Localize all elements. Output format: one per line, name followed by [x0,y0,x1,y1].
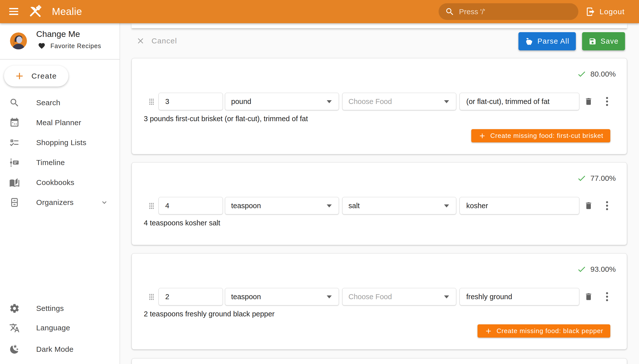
food-select[interactable]: salt [342,197,456,214]
parse-all-label: Parse All [537,37,569,46]
confidence-value: 77.00% [590,174,616,182]
food-select[interactable]: Choose Food [342,93,456,110]
drag-handle-icon[interactable] [146,97,156,107]
plus-icon [14,70,25,82]
create-missing-food-button[interactable]: Create missing food: first-cut brisket [471,129,610,142]
unit-select[interactable]: teaspoon [225,288,339,306]
sidebar-item-organizers[interactable]: Organizers [0,192,120,212]
sidebar-item-label: Timeline [36,158,65,167]
unit-value: teaspoon [231,202,261,210]
quantity-field[interactable] [158,93,223,110]
open-book-icon [9,177,20,188]
sidebar-item-cookbooks[interactable]: Cookbooks [0,172,120,192]
avatar[interactable] [10,32,27,49]
search-input[interactable] [459,7,572,16]
dropdown-arrow-icon [327,100,332,103]
ingredient-card: 93.00% teaspoon Choose Food [132,253,627,350]
note-field[interactable] [460,288,579,306]
check-icon [577,264,586,274]
save-button[interactable]: Save [582,32,625,50]
quantity-input[interactable] [165,292,217,301]
sidebar-item-label: Language [36,324,70,332]
sidebar-item-language[interactable]: Language [0,318,120,338]
unit-select[interactable]: pound [225,93,339,110]
delete-button[interactable] [583,291,594,303]
dropdown-arrow-icon [327,204,332,208]
ingredient-card: 77.00% teaspoon salt [132,162,627,245]
sidebar-item-dark-mode[interactable]: Dark Mode [0,339,120,359]
original-ingredient-text: 3 pounds first-cut brisket (or flat-cut)… [144,115,308,123]
sidebar-item-meal-planner[interactable]: Meal Planner [0,113,120,133]
create-label: Create [32,72,57,80]
logout-label: Logout [599,8,625,16]
gear-icon [9,303,20,314]
more-options-button[interactable] [601,96,613,108]
cancel-label: Cancel [151,37,177,45]
check-icon [577,174,586,183]
quantity-field[interactable] [158,197,223,214]
quantity-input[interactable] [165,97,217,106]
ingredient-parser-panel: Cancel Parse All Save 80.00% [120,23,639,364]
create-button[interactable]: Create [4,66,68,86]
confidence-row: 93.00% [577,264,616,274]
quantity-field[interactable] [158,288,223,306]
menu-icon[interactable] [8,6,19,17]
parse-all-button[interactable]: Parse All [518,32,576,50]
ingredient-card: 80.00% pound Choose Food [132,58,627,154]
quantity-input[interactable] [165,202,217,210]
cancel-button[interactable]: Cancel [135,33,178,48]
sidebar-item-search[interactable]: Search [0,93,120,113]
food-select[interactable]: Choose Food [342,288,456,306]
food-placeholder: Choose Food [348,98,392,106]
favorite-recipes-link[interactable]: Favorite Recipes [38,42,101,50]
note-input[interactable] [466,97,573,106]
unit-value: teaspoon [231,293,261,301]
kebab-icon [606,201,608,210]
dropdown-arrow-icon [444,296,449,298]
apple-icon [525,37,533,46]
note-field[interactable] [460,93,579,110]
unit-value: pound [231,98,251,106]
sidebar-item-label: Cookbooks [36,178,74,187]
ingredient-fields-row: teaspoon salt [132,197,627,215]
translate-icon [9,322,20,333]
ingredient-card-partial [132,358,627,364]
logout-button[interactable]: Logout [584,4,627,19]
sidebar-item-timeline[interactable]: Timeline [0,152,120,172]
delete-button[interactable] [583,200,594,212]
sidebar-item-label: Organizers [36,198,74,207]
timeline-icon [9,157,20,168]
create-missing-food-button[interactable]: Create missing food: black pepper [478,324,610,338]
original-ingredient-text: 2 teaspoons freshly ground black pepper [144,310,275,318]
kebab-icon [606,97,608,106]
mealie-logo-icon [28,3,45,20]
mealie-app: Mealie Logout Change Me [0,0,639,364]
sidebar: Change Me Favorite Recipes Create Search [0,23,120,364]
note-input[interactable] [466,202,573,210]
close-icon [136,36,145,46]
sidebar-item-settings[interactable]: Settings [0,298,120,318]
create-missing-food-label: Create missing food: black pepper [497,327,603,335]
search-bar[interactable] [439,3,578,20]
note-input[interactable] [466,292,573,301]
sidebar-item-label: Shopping Lists [36,138,86,147]
dropdown-arrow-icon [327,296,332,298]
drag-handle-icon[interactable] [146,292,156,302]
more-options-button[interactable] [601,200,613,212]
logout-icon [586,7,595,17]
note-field[interactable] [460,197,579,214]
sidebar-item-shopping-lists[interactable]: Shopping Lists [0,133,120,152]
ingredient-fields-row: pound Choose Food [132,93,627,111]
food-value: salt [348,202,360,210]
food-placeholder: Choose Food [348,293,392,301]
unit-select[interactable]: teaspoon [225,197,339,214]
user-name: Change Me [36,29,80,39]
save-icon [589,38,596,46]
more-options-button[interactable] [601,291,613,303]
plus-icon [485,327,493,335]
ingredient-fields-row: teaspoon Choose Food [132,288,627,306]
calendar-icon [9,118,20,128]
drag-handle-icon[interactable] [146,201,156,211]
previous-card-edge [132,23,627,28]
delete-button[interactable] [583,96,594,108]
